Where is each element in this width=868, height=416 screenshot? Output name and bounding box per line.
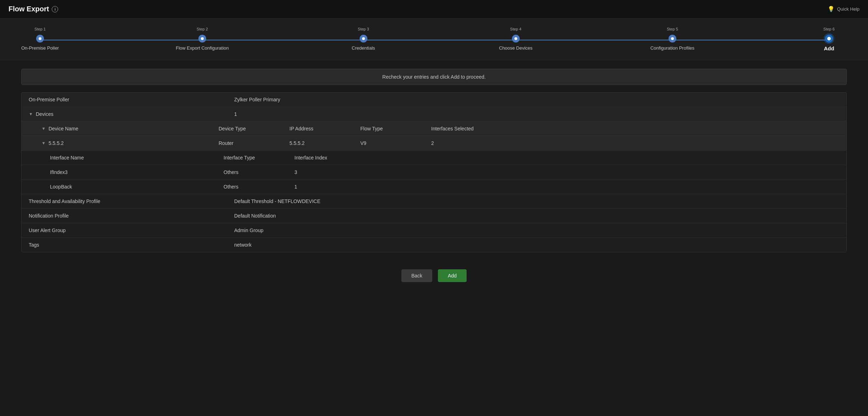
col-interface-index-header: Interface Index <box>294 155 365 161</box>
device-name-chevron-icon[interactable]: ▼ <box>41 126 46 131</box>
step-5-label: Configuration Profiles <box>650 45 694 51</box>
step-5: Step 5 Configuration Profiles <box>650 27 694 51</box>
step-1-circle <box>36 35 44 43</box>
notice-text: Recheck your entries and click Add to pr… <box>382 74 486 80</box>
col-interface-type-header: Interface Type <box>224 155 294 161</box>
step-3-number: Step 3 <box>358 27 369 31</box>
add-button[interactable]: Add <box>438 269 467 282</box>
col-interfaces-header: Interfaces Selected <box>431 126 502 131</box>
quick-help-label: Quick Help <box>837 6 859 12</box>
threshold-label: Threshold and Availability Profile <box>29 198 234 204</box>
step-1-circle-inner <box>39 37 41 40</box>
step-6-number: Step 6 <box>823 27 835 31</box>
notification-row: Notification Profile Default Notificatio… <box>22 209 846 223</box>
interface-1-index: 3 <box>294 169 365 175</box>
step-2-circle <box>198 35 206 43</box>
step-3-label: Credentials <box>352 45 375 51</box>
devices-chevron-icon[interactable]: ▼ <box>29 112 33 117</box>
col-device-type-header: Device Type <box>219 126 289 131</box>
threshold-value: Default Threshold - NETFLOWDEVICE <box>234 198 839 204</box>
interface-row-1: IfIndex3 Others 3 <box>22 165 846 180</box>
step-3-circle <box>360 35 367 43</box>
main-content: Recheck your entries and click Add to pr… <box>0 60 868 261</box>
notification-value: Default Notification <box>234 213 839 219</box>
interface-2-type: Others <box>224 184 294 190</box>
step-4: Step 4 Choose Devices <box>498 27 534 51</box>
step-6-circle <box>825 35 833 43</box>
back-button[interactable]: Back <box>401 269 432 282</box>
devices-label: ▼ Devices <box>29 111 234 117</box>
col-device-name-header: ▼ Device Name <box>41 126 219 131</box>
step-5-circle <box>669 35 676 43</box>
quick-help-button[interactable]: 💡 Quick Help <box>828 6 859 12</box>
device-type-cell: Router <box>219 140 289 146</box>
device-flow-cell: V9 <box>360 140 431 146</box>
device-data-row: ▼ 5.5.5.2 Router 5.5.5.2 V9 2 <box>22 136 846 151</box>
step-3-circle-inner <box>362 37 365 40</box>
footer: Back Add <box>0 261 868 291</box>
notification-label: Notification Profile <box>29 213 234 219</box>
step-6-circle-inner <box>827 37 831 40</box>
devices-count: 1 <box>234 111 839 117</box>
col-flow-header: Flow Type <box>360 126 431 131</box>
notice-bar: Recheck your entries and click Add to pr… <box>21 69 847 85</box>
step-2-number: Step 2 <box>197 27 208 31</box>
user-alert-label: User Alert Group <box>29 227 234 233</box>
info-icon[interactable]: i <box>52 6 58 12</box>
step-2-circle-inner <box>201 37 204 40</box>
threshold-row: Threshold and Availability Profile Defau… <box>22 194 846 209</box>
step-2: Step 2 Flow Export Configuration <box>176 27 229 51</box>
step-1-number: Step 1 <box>34 27 46 31</box>
step-5-circle-inner <box>671 37 674 40</box>
step-4-circle <box>512 35 520 43</box>
interface-row-2: LoopBack Others 1 <box>22 180 846 194</box>
step-3: Step 3 Credentials <box>346 27 381 51</box>
device-columns-header: ▼ Device Name Device Type IP Address Flo… <box>22 122 846 136</box>
tags-row: Tags network <box>22 238 846 252</box>
col-ip-header: IP Address <box>289 126 360 131</box>
col-interface-name-header: Interface Name <box>50 155 224 161</box>
step-2-label: Flow Export Configuration <box>176 45 229 51</box>
interface-columns-header: Interface Name Interface Type Interface … <box>22 151 846 165</box>
devices-row: ▼ Devices 1 <box>22 107 846 122</box>
device-interfaces-cell: 2 <box>431 140 502 146</box>
device-name-cell: ▼ 5.5.5.2 <box>41 140 219 146</box>
device-ip-cell: 5.5.5.2 <box>289 140 360 146</box>
user-alert-value: Admin Group <box>234 227 839 233</box>
interface-2-index: 1 <box>294 184 365 190</box>
step-1-label: On-Premise Poller <box>21 45 59 51</box>
bulb-icon: 💡 <box>828 6 835 12</box>
header: Flow Export i 💡 Quick Help <box>0 0 868 18</box>
tags-value: network <box>234 242 839 248</box>
step-5-number: Step 5 <box>667 27 678 31</box>
poller-value: Zylker Poller Primary <box>234 97 839 102</box>
step-4-label: Choose Devices <box>499 45 532 51</box>
step-6: Step 6 Add <box>811 27 847 51</box>
poller-label: On-Premise Poller <box>29 97 234 102</box>
stepper: Step 1 On-Premise Poller Step 2 Flow Exp… <box>21 27 847 51</box>
summary-table: On-Premise Poller Zylker Poller Primary … <box>21 92 847 252</box>
step-4-circle-inner <box>514 37 517 40</box>
tags-label: Tags <box>29 242 234 248</box>
stepper-container: Step 1 On-Premise Poller Step 2 Flow Exp… <box>0 18 868 60</box>
device-row-chevron-icon[interactable]: ▼ <box>41 141 46 146</box>
page-title: Flow Export <box>9 5 49 13</box>
user-alert-row: User Alert Group Admin Group <box>22 223 846 238</box>
poller-row: On-Premise Poller Zylker Poller Primary <box>22 92 846 107</box>
step-1: Step 1 On-Premise Poller <box>21 27 59 51</box>
step-4-number: Step 4 <box>510 27 522 31</box>
interface-2-name: LoopBack <box>50 184 224 190</box>
step-6-label: Add <box>824 45 834 51</box>
interface-1-name: IfIndex3 <box>50 169 224 175</box>
interface-1-type: Others <box>224 169 294 175</box>
header-title-group: Flow Export i <box>9 5 58 13</box>
